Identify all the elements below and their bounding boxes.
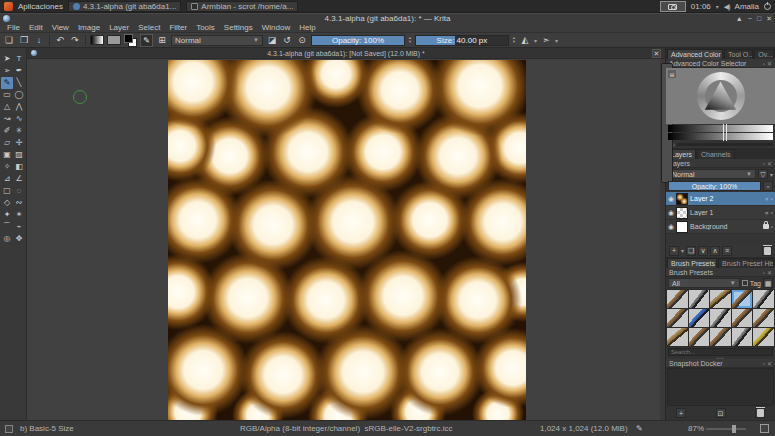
canvas-area[interactable]: 4.3.1-alpha (git aba6da1): [Not Saved] (… [27,48,665,420]
tool-polygonal-select[interactable]: ◇ [1,197,13,209]
painting-canvas[interactable] [168,60,526,420]
current-brush-label[interactable]: b) Basic-5 Size [20,424,74,433]
layer-filter-funnel-icon[interactable]: ▽ [758,169,768,179]
brush-preset-08[interactable] [710,309,731,327]
close-window-button[interactable]: ✕ [766,14,772,23]
username-label[interactable]: Amalia [735,2,759,11]
tool-move[interactable]: ✢ [13,137,25,149]
brush-preset-12[interactable] [689,328,710,346]
brush-preset-06[interactable] [667,309,688,327]
menu-item[interactable]: Window [262,23,290,32]
wrap-around-mode-icon[interactable]: ➣ [540,34,552,46]
taskbar-item-terminal[interactable]: Armbian - scrot /home/a... [186,1,298,12]
close-docker-icon[interactable]: ✕ [767,61,772,67]
tool-freehand-select[interactable]: ∾ [13,197,25,209]
tool-rectangle[interactable]: ▭ [1,89,13,101]
selection-display-toggle[interactable] [5,425,13,433]
inherit-alpha-icon[interactable]: ∝ [765,195,769,202]
layer-row-layer-2[interactable]: ◉ Layer 2 ∝ ▫ [666,192,775,206]
menu-item[interactable]: Tools [196,23,215,32]
visibility-eye-icon[interactable]: ◉ [668,209,674,216]
menu-item[interactable]: Settings [224,23,253,32]
subwindow-close-button[interactable]: ✕ [652,49,661,58]
alpha-lock-icon[interactable]: ▫ [771,196,773,202]
menu-item[interactable]: Help [299,23,315,32]
minimize-window-button[interactable]: − [748,14,752,23]
tool-transform[interactable]: ▱ [1,137,13,149]
color-history-strip[interactable] [677,143,773,146]
menu-item[interactable]: File [7,23,20,32]
brush-preset-09[interactable] [732,309,753,327]
distro-logo-icon[interactable] [4,2,13,11]
tool-contiguous-select[interactable]: ✦ [1,209,13,221]
color-selector-widget[interactable]: ⊞ [666,68,775,124]
brush-editor-button[interactable]: ✎ [140,34,153,47]
layer-opacity-slider[interactable]: Opacity: 100% [668,181,761,191]
value-gradient-slider[interactable] [668,125,773,132]
new-document-icon[interactable]: ❏ [3,34,15,46]
mirror-options-caret-icon[interactable]: ▾ [534,37,537,44]
tool-bezier-select[interactable]: ⌒ [1,221,13,233]
tool-bezier-curve[interactable]: ↝ [1,113,13,125]
layer-row-background[interactable]: ◉ Background ▫ [666,220,775,234]
layer-style-button[interactable]: ▫ [763,181,773,191]
subwindow-title-bar[interactable]: 4.3.1-alpha (git aba6da1): [Not Saved] (… [27,48,665,59]
brush-preset-07[interactable] [689,309,710,327]
tool-dynamic-brush[interactable]: ✐ [1,125,13,137]
opacity-stepper[interactable]: ▲▼ [408,36,412,44]
power-icon[interactable] [764,3,771,10]
volume-icon[interactable]: ◀) [724,3,730,11]
float-docker-icon[interactable]: ▫ [763,161,765,167]
remove-snapshot-button[interactable] [755,408,765,418]
lock-icon[interactable] [763,224,769,229]
float-docker-icon[interactable]: ▫ [763,61,765,67]
shade-window-button[interactable]: ▲ [736,14,743,23]
canvas-only-mode-button[interactable] [760,424,769,433]
layer-thumbnail[interactable] [676,207,688,219]
tool-similar-color-select[interactable]: ✴ [13,209,25,221]
taskbar-item-krita[interactable]: 4.3.1-alpha (git aba6da1... [68,1,181,12]
tool-polyline[interactable]: ⋀ [13,101,25,113]
tool-elliptical-select[interactable]: ◌ [13,185,25,197]
move-layer-down-button[interactable]: ∨ [698,246,708,256]
tool-calligraphy[interactable]: ✒ [13,65,25,77]
tool-fill[interactable]: ◧ [13,161,25,173]
filter-caret-icon[interactable]: ▾ [770,171,773,178]
undo-icon[interactable]: ↶ [54,34,66,46]
layer-blend-mode-select[interactable]: Normal▼ [668,169,756,179]
brush-preset-01[interactable] [667,290,688,308]
brush-preset-03[interactable] [710,290,731,308]
float-docker-icon[interactable]: ▫ [763,270,765,276]
tool-line[interactable]: ╲ [13,77,25,89]
close-docker-icon[interactable]: ✕ [767,361,772,367]
inherit-alpha-icon[interactable]: ∝ [765,209,769,216]
menu-item[interactable]: Layer [109,23,129,32]
maximize-window-button[interactable]: □ [757,14,761,23]
window-title-bar[interactable]: 4.3.1-alpha (git aba6da1): * — Krita ▲ −… [0,13,775,23]
brush-preset-14[interactable] [732,328,753,346]
docker-tab[interactable]: Advanced Color S... [667,49,723,59]
selector-settings-icon[interactable]: ⊞ [668,70,676,78]
tool-polygon[interactable]: △ [1,101,13,113]
preserve-alpha-icon[interactable]: ⊙ [296,34,308,46]
tool-color-sampler[interactable]: ✧ [1,161,13,173]
menu-item[interactable]: View [52,23,69,32]
snapshot-list[interactable] [667,368,774,406]
clock[interactable]: 01:06 [691,2,711,11]
menu-item[interactable]: Edit [29,23,43,32]
visibility-eye-icon[interactable]: ◉ [668,223,674,230]
tool-multibrush[interactable]: ✳ [13,125,25,137]
color-mode-label[interactable]: RGB/Alpha (8-bit integer/channel) sRGB-e… [240,424,453,433]
tool-edit-shapes[interactable]: ➢ [1,65,13,77]
save-document-icon[interactable]: ↓ [33,34,45,46]
tray-caret-icon[interactable]: ▾ [716,3,719,10]
tool-magnetic-select[interactable]: ⌁ [13,221,25,233]
close-docker-icon[interactable]: ✕ [767,270,772,276]
tool-rectangular-select[interactable]: ▢ [1,185,13,197]
brush-preset-10[interactable] [753,309,774,327]
screenshot-tool-button[interactable] [660,1,686,12]
preset-filter-select[interactable]: All▼ [668,278,740,288]
brush-size-slider[interactable]: Size: 40.00 px [415,35,509,46]
tool-freehand-brush[interactable]: ✎ [1,77,13,89]
brush-preset-15[interactable] [753,328,774,346]
